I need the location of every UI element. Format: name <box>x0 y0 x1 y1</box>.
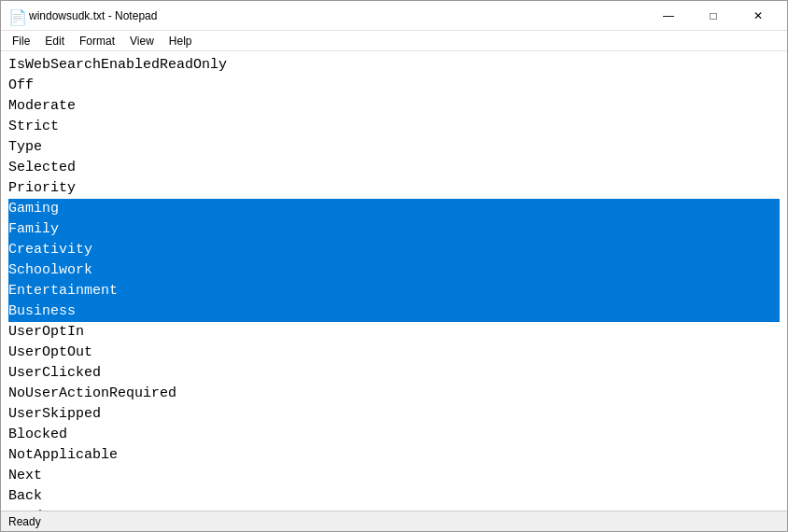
text-line: NotApplicable <box>8 445 780 466</box>
text-line: Family <box>8 219 780 240</box>
text-line: NoUserActionRequired <box>8 384 780 404</box>
text-line: Business <box>8 301 780 322</box>
text-line: Entertainment <box>8 281 780 301</box>
text-line: Gaming <box>8 199 780 219</box>
text-line: Back <box>8 486 780 507</box>
text-line: Blocked <box>8 425 780 445</box>
menu-format[interactable]: Format <box>72 33 122 49</box>
text-line: Priority <box>8 178 780 199</box>
close-button[interactable]: ✕ <box>737 2 780 30</box>
status-bar: Ready <box>1 511 787 531</box>
text-line: IsWebSearchEnabledReadOnly <box>8 55 780 76</box>
menu-file[interactable]: File <box>5 33 37 49</box>
text-line: Selected <box>8 158 780 178</box>
text-line: Strict <box>8 117 780 137</box>
title-bar: 📄 windowsudk.txt - Notepad — □ ✕ <box>1 1 787 31</box>
menu-view[interactable]: View <box>122 33 162 49</box>
app-icon: 📄 <box>8 8 23 23</box>
content-area: IsWebSearchEnabledReadOnlyOffModerateStr… <box>1 51 787 511</box>
text-line: Type <box>8 137 780 158</box>
text-line: UserClicked <box>8 363 780 384</box>
text-line: Next <box>8 466 780 486</box>
text-line: Moderate <box>8 96 780 117</box>
window-controls: — □ ✕ <box>647 2 780 30</box>
menu-edit[interactable]: Edit <box>37 33 72 49</box>
minimize-button[interactable]: — <box>647 2 690 30</box>
window-title: windowsudk.txt - Notepad <box>29 9 647 22</box>
text-line: UserOptOut <box>8 343 780 363</box>
text-editor[interactable]: IsWebSearchEnabledReadOnlyOffModerateStr… <box>1 51 787 511</box>
maximize-button[interactable]: □ <box>692 2 735 30</box>
text-line: UserOptIn <box>8 322 780 343</box>
text-line: Ready <box>8 507 780 511</box>
text-line: Creativity <box>8 240 780 260</box>
menu-help[interactable]: Help <box>162 33 200 49</box>
text-line: UserSkipped <box>8 404 780 425</box>
text-line: Off <box>8 76 780 96</box>
menu-bar: File Edit Format View Help <box>1 31 787 51</box>
status-text: Ready <box>8 515 41 528</box>
text-line: Schoolwork <box>8 260 780 281</box>
main-window: 📄 windowsudk.txt - Notepad — □ ✕ File Ed… <box>0 0 788 532</box>
